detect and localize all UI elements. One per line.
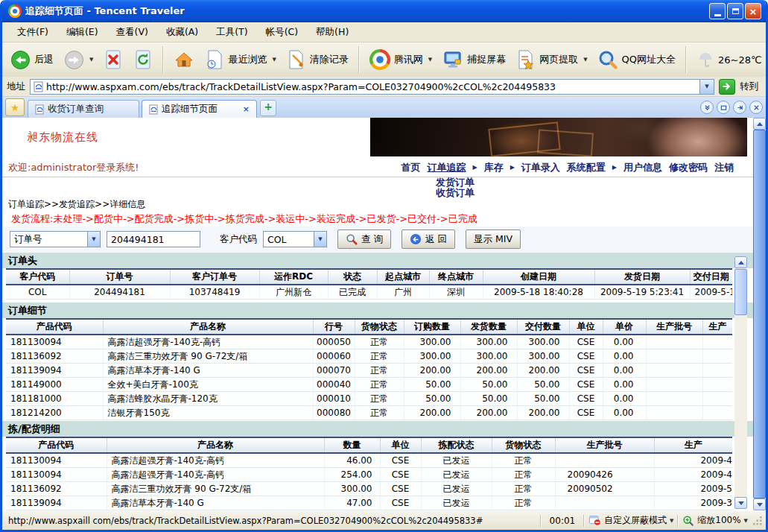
menu-favorites[interactable]: 收藏(A): [157, 24, 207, 41]
scrollbar-thumb[interactable]: [734, 269, 747, 315]
scrollbar-thumb[interactable]: [753, 130, 766, 498]
cell: 正常: [492, 496, 555, 510]
back-button[interactable]: 后退: [7, 48, 57, 72]
customer-code-select[interactable]: COL ▼: [263, 231, 327, 247]
menu-edit[interactable]: 编辑(E): [57, 24, 107, 41]
recent-caret-icon[interactable]: ▼: [272, 57, 276, 63]
refresh-button[interactable]: [130, 47, 156, 72]
scroll-up-button[interactable]: [753, 118, 766, 130]
go-label[interactable]: 转到: [740, 80, 758, 93]
cell: 0.00: [603, 349, 646, 364]
nav-home[interactable]: 首页: [402, 161, 421, 174]
forward-caret-icon[interactable]: ▼: [89, 57, 93, 63]
nav-order-track[interactable]: 订单追踪: [428, 161, 466, 174]
resize-grip[interactable]: [752, 516, 763, 526]
order-field-select[interactable]: 订单号 ▼: [10, 231, 101, 247]
close-tab-button[interactable]: [749, 101, 763, 114]
nav-inventory[interactable]: 库存: [484, 161, 504, 174]
tab-receive-order-query[interactable]: 收货订单查询: [28, 100, 139, 118]
cell: CSE: [569, 406, 603, 420]
zoom-caret-icon[interactable]: ▼: [744, 518, 748, 524]
page-extract-button[interactable]: 网页提取 ▼: [512, 47, 591, 72]
cell: CSE: [569, 364, 603, 378]
nav-system-config[interactable]: 系统配置: [567, 161, 606, 174]
web-page: 昶东物流在线 欢迎:administrator登录系统! 首页 订单追踪 ▶ 库…: [2, 118, 753, 510]
col-header: 生产: [702, 319, 732, 335]
section-order-details: 订单细节: [2, 302, 753, 318]
restore-tab-button[interactable]: [717, 101, 730, 114]
zoom-control[interactable]: 缩放100% ▼: [682, 514, 748, 527]
recent-history-icon: [205, 49, 224, 70]
menu-tools[interactable]: 工具(T): [207, 24, 256, 41]
col-header: 客户代码: [6, 269, 69, 285]
favorites-button[interactable]: ★: [5, 98, 25, 116]
cell: 2009-5-19 5:23:41: [594, 285, 690, 300]
menu-view[interactable]: 查看(V): [107, 24, 157, 41]
subnav-ship-orders[interactable]: 发货订单: [436, 177, 475, 188]
new-tab-button[interactable]: +: [260, 100, 276, 116]
cell: 103748419: [170, 285, 259, 300]
browser-scrollbar[interactable]: [753, 118, 766, 510]
go-button[interactable]: [719, 79, 735, 95]
menu-file[interactable]: 文件(F): [8, 24, 57, 41]
order-no-input[interactable]: [107, 231, 200, 247]
restore-button[interactable]: [727, 3, 743, 19]
tencent-caret-icon[interactable]: ▼: [428, 57, 432, 63]
tencent-site-button[interactable]: 腾讯网 ▼: [366, 47, 436, 72]
col-header: 交付数量: [517, 319, 569, 335]
clear-history-button[interactable]: 清除记录: [283, 47, 352, 72]
nav-arrow-icon: ▶: [612, 164, 617, 171]
menu-account[interactable]: 帐号(C): [257, 24, 307, 41]
qq-sites-button[interactable]: QQ网址大全: [594, 48, 679, 72]
home-button[interactable]: [170, 48, 198, 72]
collapse-tabs-button[interactable]: [700, 101, 714, 114]
cell: 181130094: [6, 468, 107, 482]
nav-change-password[interactable]: 修改密码: [669, 161, 708, 174]
tab-track-detail[interactable]: 追踪细节页面 ×: [142, 100, 257, 118]
cell: 000050: [313, 335, 355, 349]
show-miv-button[interactable]: 显示 MIV: [466, 229, 521, 249]
close-button[interactable]: ×: [745, 3, 761, 19]
recent-button[interactable]: 最近浏览 ▼: [201, 47, 279, 72]
cell: 181149000: [6, 378, 103, 392]
nav-logout[interactable]: 注销: [714, 161, 734, 174]
scroll-up-button[interactable]: [734, 256, 747, 268]
section-order-header: 订单头: [2, 252, 753, 268]
nav-arrow-icon: ▶: [473, 164, 477, 171]
pin-tab-button[interactable]: [733, 101, 746, 114]
cell: 50.00: [517, 392, 569, 406]
nav-user-info[interactable]: 用户信息: [623, 161, 662, 174]
subnav-receive-orders[interactable]: 收货订单: [436, 188, 475, 198]
return-button[interactable]: 返 回: [402, 229, 455, 249]
page-scrollbar[interactable]: [734, 256, 747, 509]
cell: 200.00: [404, 364, 460, 378]
cell: 181136092: [6, 482, 107, 496]
select-caret-icon[interactable]: ▼: [87, 232, 100, 247]
col-header: 数量: [324, 437, 380, 453]
forward-button[interactable]: ▼: [60, 48, 97, 72]
col-header: 产品代码: [6, 437, 107, 453]
stop-button[interactable]: [100, 47, 127, 72]
extract-caret-icon[interactable]: ▼: [583, 57, 587, 63]
menu-help[interactable]: 帮助(H): [307, 24, 358, 41]
block-mode-caret-icon[interactable]: ▼: [670, 518, 673, 524]
status-time: 00:01: [545, 516, 580, 526]
tab-close-icon[interactable]: ×: [243, 104, 250, 114]
minimize-button[interactable]: [709, 3, 726, 19]
cell: [646, 349, 702, 364]
capture-screen-button[interactable]: 捕捉屏幕: [439, 48, 510, 72]
cell: 正常: [492, 482, 555, 496]
address-url[interactable]: http://www.aspxam.com/ebs/track/TrackDet…: [46, 81, 699, 92]
scroll-down-button[interactable]: [734, 497, 747, 509]
scroll-down-button[interactable]: [753, 498, 766, 510]
cell: 181130094: [6, 453, 107, 468]
weather-indicator[interactable]: 26~28℃: [693, 48, 766, 72]
restore-icon: [732, 8, 739, 14]
block-mode-control[interactable]: 自定义屏蔽模式 ▼: [588, 514, 673, 527]
block-mode-label: 自定义屏蔽模式: [604, 514, 667, 527]
address-field[interactable]: http://www.aspxam.com/ebs/track/TrackDet…: [30, 79, 714, 95]
nav-order-entry[interactable]: 订单录入: [521, 161, 560, 174]
address-dropdown-icon[interactable]: ▼: [699, 80, 714, 94]
select-caret-icon[interactable]: ▼: [314, 232, 326, 247]
search-button[interactable]: 查 询: [337, 229, 391, 249]
